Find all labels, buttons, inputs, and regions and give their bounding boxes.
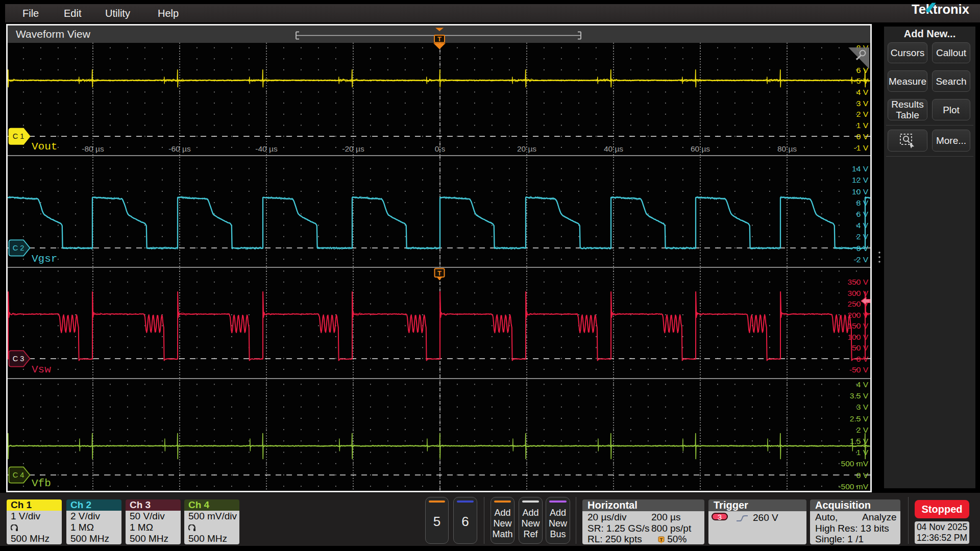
svg-text:4 V: 4 V — [856, 88, 869, 96]
svg-text:Vgsr: Vgsr — [32, 253, 57, 265]
svg-text:80 µs: 80 µs — [777, 144, 797, 153]
svg-text:-50 V: -50 V — [849, 365, 869, 374]
svg-text:0 V: 0 V — [856, 132, 869, 141]
svg-text:Vsw: Vsw — [32, 364, 51, 375]
svg-text:T: T — [660, 537, 663, 542]
svg-text:T: T — [437, 269, 442, 277]
svg-text:2.5 V: 2.5 V — [850, 414, 869, 423]
svg-text:-20 µs: -20 µs — [342, 144, 364, 153]
svg-text:Vout: Vout — [32, 141, 57, 153]
svg-text:-40 µs: -40 µs — [255, 144, 278, 153]
svg-text:-80 µs: -80 µs — [82, 144, 104, 153]
svg-text:60 µs: 60 µs — [691, 144, 710, 153]
svg-text:50 V: 50 V — [852, 343, 869, 352]
svg-text:6 V: 6 V — [856, 66, 869, 74]
svg-text:-2 V: -2 V — [854, 255, 869, 264]
svg-text:1 V: 1 V — [856, 121, 869, 130]
svg-text:1 V: 1 V — [856, 448, 869, 457]
svg-text:8 V: 8 V — [856, 198, 869, 207]
svg-text:12 V: 12 V — [852, 176, 869, 184]
svg-text:4 V: 4 V — [856, 380, 869, 389]
svg-text:14 V: 14 V — [852, 164, 869, 173]
svg-text:2 V: 2 V — [856, 110, 869, 118]
svg-text:2 V: 2 V — [856, 425, 869, 434]
svg-text:T: T — [437, 35, 442, 43]
svg-text:Vfb: Vfb — [32, 478, 51, 489]
svg-text:350 V: 350 V — [847, 278, 868, 286]
svg-text:-1 V: -1 V — [854, 143, 869, 152]
svg-text:C 1: C 1 — [13, 132, 24, 140]
svg-text:500 mV: 500 mV — [841, 459, 869, 468]
svg-text:-60 µs: -60 µs — [168, 144, 191, 153]
svg-text:C 4: C 4 — [13, 471, 24, 479]
svg-text:C 2: C 2 — [13, 244, 24, 252]
svg-text:2 V: 2 V — [856, 232, 869, 241]
svg-text:-500 mV: -500 mV — [838, 482, 868, 491]
svg-text:0 s: 0 s — [435, 144, 446, 153]
svg-text:3 V: 3 V — [856, 403, 869, 411]
svg-text:Tektronix: Tektronix — [912, 2, 969, 16]
svg-text:40 µs: 40 µs — [604, 144, 623, 153]
svg-text:6 V: 6 V — [856, 210, 869, 218]
svg-text:10 V: 10 V — [852, 187, 869, 196]
svg-text:20 µs: 20 µs — [517, 144, 536, 153]
svg-text:3.5 V: 3.5 V — [850, 391, 869, 400]
svg-text:3 V: 3 V — [856, 99, 869, 108]
svg-text:0 V: 0 V — [856, 471, 869, 480]
svg-text:4 V: 4 V — [856, 221, 869, 230]
svg-text:C 3: C 3 — [13, 355, 24, 363]
